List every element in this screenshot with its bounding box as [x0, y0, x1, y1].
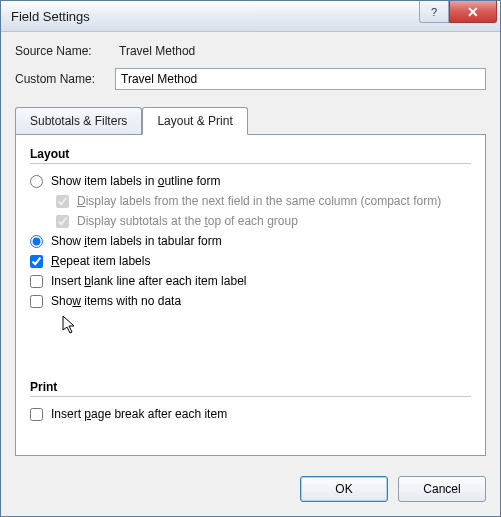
help-button[interactable]: ?	[419, 1, 449, 23]
radio-outline-form[interactable]: Show item labels in outline form	[30, 174, 471, 188]
radio-tabular-form[interactable]: Show item labels in tabular form	[30, 234, 471, 248]
tab-body-layout-print: Layout Show item labels in outline form …	[15, 134, 486, 456]
checkbox-repeat-input[interactable]	[30, 255, 43, 268]
tab-strip: Subtotals & Filters Layout & Print	[15, 106, 486, 134]
checkbox-subtotals-label: Display subtotals at the top of each gro…	[77, 214, 298, 228]
checkbox-repeat-label: Repeat item labels	[51, 254, 150, 268]
mouse-cursor-icon	[62, 315, 78, 338]
tab-subtotals-filters[interactable]: Subtotals & Filters	[15, 107, 142, 135]
checkbox-subtotals-input	[56, 215, 69, 228]
help-icon: ?	[431, 6, 437, 18]
dialog-content: Source Name: Travel Method Custom Name: …	[1, 32, 500, 466]
radio-tabular-input[interactable]	[30, 235, 43, 248]
print-section-heading: Print	[30, 380, 471, 394]
checkbox-pagebreak-label: Insert page break after each item	[51, 407, 227, 421]
checkbox-blank-input[interactable]	[30, 275, 43, 288]
checkbox-repeat-labels[interactable]: Repeat item labels	[30, 254, 471, 268]
checkbox-subtotals-top: Display subtotals at the top of each gro…	[56, 214, 471, 228]
checkbox-compact-form: Display labels from the next field in th…	[56, 194, 471, 208]
checkbox-blank-line[interactable]: Insert blank line after each item label	[30, 274, 471, 288]
custom-name-row: Custom Name:	[15, 68, 486, 90]
checkbox-compact-label: Display labels from the next field in th…	[77, 194, 441, 208]
checkbox-compact-input	[56, 195, 69, 208]
source-name-label: Source Name:	[15, 44, 115, 58]
layout-section-heading: Layout	[30, 147, 471, 161]
checkbox-pagebreak-input[interactable]	[30, 408, 43, 421]
checkbox-page-break[interactable]: Insert page break after each item	[30, 407, 471, 421]
source-name-value: Travel Method	[119, 44, 195, 58]
custom-name-input[interactable]	[115, 68, 486, 90]
source-name-row: Source Name: Travel Method	[15, 44, 486, 58]
tab-layout-print[interactable]: Layout & Print	[142, 107, 247, 135]
titlebar: Field Settings ? ✕	[1, 1, 500, 32]
window-buttons: ? ✕	[419, 1, 497, 23]
custom-name-label: Custom Name:	[15, 72, 115, 86]
divider	[30, 163, 471, 164]
print-section: Print Insert page break after each item	[30, 380, 471, 421]
checkbox-nodata-label: Show items with no data	[51, 294, 181, 308]
radio-outline-input[interactable]	[30, 175, 43, 188]
cancel-button[interactable]: Cancel	[398, 476, 486, 502]
field-settings-dialog: Field Settings ? ✕ Source Name: Travel M…	[0, 0, 501, 517]
close-icon: ✕	[467, 4, 479, 20]
checkbox-nodata-input[interactable]	[30, 295, 43, 308]
dialog-title: Field Settings	[11, 9, 90, 24]
close-button[interactable]: ✕	[449, 1, 497, 23]
ok-button[interactable]: OK	[300, 476, 388, 502]
dialog-buttons: OK Cancel	[1, 466, 500, 516]
checkbox-show-no-data[interactable]: Show items with no data	[30, 294, 471, 308]
radio-outline-label: Show item labels in outline form	[51, 174, 220, 188]
radio-tabular-label: Show item labels in tabular form	[51, 234, 222, 248]
checkbox-blank-label: Insert blank line after each item label	[51, 274, 246, 288]
divider	[30, 396, 471, 397]
